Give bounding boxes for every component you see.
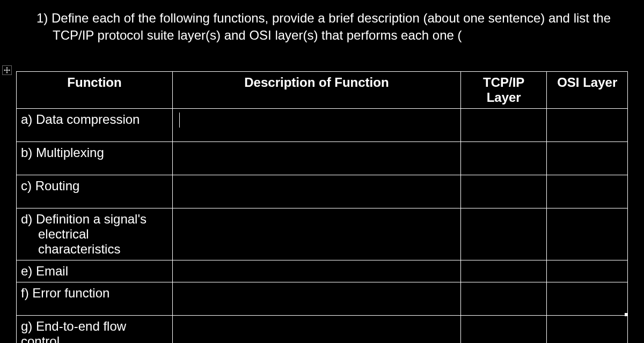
header-osi: OSI Layer (547, 71, 628, 108)
question-line-2: TCP/IP protocol suite layer(s) and OSI l… (53, 28, 462, 42)
cell-tcpip[interactable] (460, 208, 547, 260)
cell-description[interactable] (173, 282, 461, 315)
cell-description[interactable] (173, 208, 461, 260)
cell-tcpip[interactable] (460, 175, 547, 208)
cell-osi[interactable] (547, 282, 628, 315)
cell-function-line2: electrical characteristics (21, 227, 168, 257)
header-description: Description of Function (173, 71, 461, 108)
table-row: a) Data compression (17, 108, 628, 141)
cell-function[interactable]: a) Data compression (17, 108, 173, 141)
cell-description[interactable] (173, 315, 461, 343)
table-header-row: Function Description of Function TCP/IP … (17, 71, 628, 108)
table-row: c) Routing (17, 175, 628, 208)
question-line-1: Define each of the following functions, … (52, 11, 611, 25)
question-number: 1) (36, 11, 48, 25)
table-row: b) Multiplexing (17, 141, 628, 175)
question-prompt: 1) Define each of the following function… (36, 10, 628, 44)
cell-function[interactable]: d) Definition a signal's electrical char… (17, 208, 173, 260)
cell-osi[interactable] (547, 141, 628, 175)
table-row: f) Error function (17, 282, 628, 315)
functions-table: Function Description of Function TCP/IP … (16, 71, 628, 343)
cell-tcpip[interactable] (460, 315, 547, 343)
cell-osi[interactable] (547, 108, 628, 141)
cell-description[interactable] (173, 175, 461, 208)
cell-osi[interactable] (547, 260, 628, 282)
cell-description[interactable] (173, 260, 461, 282)
header-function: Function (17, 71, 173, 108)
cell-function[interactable]: c) Routing (17, 175, 173, 208)
cell-tcpip[interactable] (460, 141, 547, 175)
cell-tcpip[interactable] (460, 260, 547, 282)
table-row: e) Email (17, 260, 628, 282)
cell-tcpip[interactable] (460, 282, 547, 315)
cell-function[interactable]: g) End-to-end flow control (17, 315, 173, 343)
table-resize-handle[interactable] (625, 313, 628, 316)
table-move-handle-icon[interactable] (2, 65, 12, 75)
text-cursor (179, 113, 180, 128)
cell-function[interactable]: f) Error function (17, 282, 173, 315)
redacted-block (463, 29, 579, 42)
table-row: g) End-to-end flow control (17, 315, 628, 343)
cell-osi[interactable] (547, 208, 628, 260)
cell-description[interactable] (173, 108, 461, 141)
cell-osi[interactable] (547, 315, 628, 343)
cell-function[interactable]: b) Multiplexing (17, 141, 173, 175)
cell-function-line1: d) Definition a signal's (21, 212, 147, 226)
cell-description[interactable] (173, 141, 461, 175)
cell-osi[interactable] (547, 175, 628, 208)
cell-tcpip[interactable] (460, 108, 547, 141)
header-tcpip: TCP/IP Layer (460, 71, 547, 108)
cell-function[interactable]: e) Email (17, 260, 173, 282)
table-row: d) Definition a signal's electrical char… (17, 208, 628, 260)
